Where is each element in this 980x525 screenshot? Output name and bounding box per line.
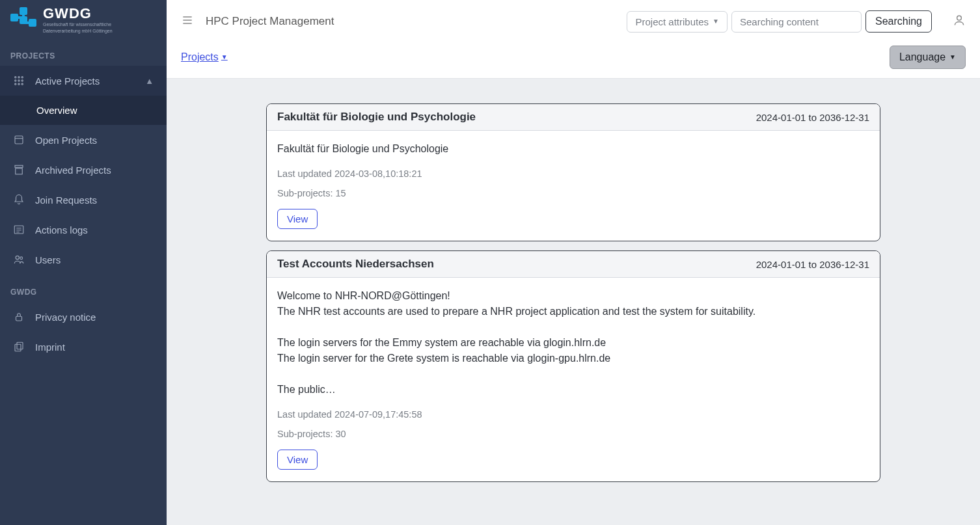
project-card: Test Accounts Niedersachsen 2024-01-01 t… [266,250,880,482]
project-card: Fakultät für Biologie und Psychologie 20… [266,103,880,241]
svg-rect-17 [15,166,23,168]
card-subprojects: Sub-projects: 15 [277,188,869,198]
sidebar-item-label: Privacy notice [35,312,96,323]
brand-subtitle-1: Gesellschaft für wissenschaftliche [43,22,113,27]
sidebar-item-archived-projects[interactable]: Archived Projects [0,155,167,185]
list-icon [13,224,25,236]
sidebar-section-gwdg: GWDG [0,275,167,302]
brand-subtitle-2: Datenverarbeitung mbH Göttingen [43,29,113,34]
sidebar-item-privacy-notice[interactable]: Privacy notice [0,302,167,332]
sidebar-item-label: Users [35,254,61,265]
language-label: Language [899,51,946,63]
sidebar-item-users[interactable]: Users [0,245,167,275]
breadcrumb-label: Projects [181,51,219,63]
svg-point-25 [957,16,962,20]
sidebar-item-label: Open Projects [35,135,97,146]
lock-icon [13,311,25,323]
svg-rect-23 [17,343,23,350]
project-cards: Fakultät für Biologie und Psychologie 20… [266,103,880,482]
sidebar-item-label: Active Projects [35,75,100,87]
svg-rect-6 [26,21,31,24]
sidebar-item-active-projects[interactable]: Active Projects ▲ [0,66,167,96]
breadcrumb-projects[interactable]: Projects ▼ [181,51,228,63]
sidebar-item-label: Imprint [35,342,65,353]
archive-icon [13,164,25,176]
main-area: HPC Project Management Project attribute… [167,0,980,525]
sidebar-item-label: Join Requests [35,195,97,206]
sidebar-item-label: Actions logs [35,224,88,236]
top-controls: Project attributes ▼ Searching [627,10,932,33]
sidebar-section-projects: PROJECTS [0,38,167,66]
sub-bar: Projects ▼ Language ▼ [167,43,980,79]
card-date-range: 2024-01-01 to 2036-12-31 [756,112,869,123]
card-body: Fakultät für Biologie und Psychologie La… [267,131,880,241]
language-dropdown[interactable]: Language ▼ [890,46,966,69]
svg-point-9 [21,77,23,78]
card-title: Fakultät für Biologie und Psychologie [277,111,476,124]
user-icon[interactable] [953,14,966,29]
svg-rect-16 [15,136,23,144]
svg-point-11 [18,80,20,81]
card-date-range: 2024-01-01 to 2036-12-31 [756,259,869,270]
card-last-updated: Last updated 2024-03-08,10:18:21 [277,168,869,179]
sidebar-item-imprint[interactable]: Imprint [0,332,167,362]
search-input[interactable] [731,11,862,33]
copy-icon [13,341,25,353]
top-bar: HPC Project Management Project attribute… [167,0,980,43]
sidebar-item-actions-logs[interactable]: Actions logs [0,215,167,245]
card-title: Test Accounts Niedersachsen [277,258,434,271]
svg-point-15 [21,84,23,85]
svg-point-13 [15,84,16,85]
svg-rect-24 [15,345,21,352]
box-icon [13,134,25,146]
content-area: Fakultät für Biologie und Psychologie 20… [167,79,980,525]
sidebar: GWDG Gesellschaft für wissenschaftliche … [0,0,167,525]
brand-name: GWDG [43,7,113,21]
grid-icon [13,75,25,87]
card-description: Welcome to NHR-NORD@Göttingen! The NHR t… [277,288,869,397]
brand-mark-icon [10,7,38,33]
search-button[interactable]: Searching [865,10,932,33]
view-button[interactable]: View [277,209,318,229]
hamburger-icon[interactable] [181,14,194,29]
users-icon [13,254,25,265]
svg-point-12 [21,80,23,81]
card-subprojects: Sub-projects: 30 [277,429,869,439]
caret-down-icon: ▼ [949,53,956,61]
svg-point-14 [18,84,20,85]
svg-point-20 [16,256,19,260]
caret-down-icon: ▼ [713,18,719,25]
sidebar-item-label: Archived Projects [35,165,111,176]
svg-rect-4 [17,16,22,19]
card-description: Fakultät für Biologie und Psychologie [277,141,869,157]
svg-rect-22 [16,317,22,321]
view-button[interactable]: View [277,450,318,470]
svg-rect-5 [22,14,25,19]
card-body: Welcome to NHR-NORD@Göttingen! The NHR t… [267,278,880,481]
sidebar-item-open-projects[interactable]: Open Projects [0,125,167,155]
sidebar-item-label: Overview [36,105,77,116]
card-header: Fakultät für Biologie und Psychologie 20… [267,104,880,131]
sidebar-item-overview[interactable]: Overview [0,96,167,125]
svg-rect-18 [16,168,23,174]
card-last-updated: Last updated 2024-07-09,17:45:58 [277,409,869,420]
dropdown-label: Project attributes [635,16,709,27]
caret-down-icon: ▼ [221,53,228,61]
chevron-up-icon: ▲ [145,76,154,86]
project-attributes-dropdown[interactable]: Project attributes ▼ [627,11,727,33]
svg-point-10 [15,80,16,81]
card-header: Test Accounts Niedersachsen 2024-01-01 t… [267,251,880,278]
brand-logo[interactable]: GWDG Gesellschaft für wissenschaftliche … [0,0,167,38]
sidebar-item-join-requests[interactable]: Join Requests [0,185,167,215]
page-title: HPC Project Management [206,15,334,28]
svg-point-8 [18,77,20,78]
svg-point-21 [20,257,23,260]
bell-icon [13,194,25,206]
svg-point-7 [15,77,16,78]
